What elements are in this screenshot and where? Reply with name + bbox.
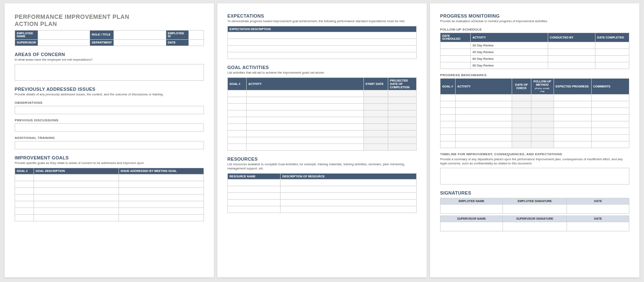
timeline-sub: Provide a summary of any stipulations pl… [440, 157, 629, 166]
td-employee-id[interactable] [188, 30, 204, 39]
goals-table: GOAL # GOAL DESCRIPTION ISSUE ADDRESSED … [15, 168, 204, 221]
table-row[interactable] [440, 128, 629, 134]
th-expectation-desc: EXPECTATION DESCRIPTION [228, 26, 417, 32]
table-row[interactable] [228, 52, 417, 59]
progress-sub: Provide an evaluation schedule to monito… [440, 19, 629, 23]
table-row[interactable] [228, 104, 417, 110]
th-act-activity: ACTIVITY [247, 78, 364, 90]
th-sup-name: SUPERVISOR NAME [440, 216, 503, 222]
table-row[interactable] [228, 39, 417, 46]
observations-label: OBSERVATIONS [15, 101, 204, 105]
table-row[interactable] [440, 121, 629, 128]
table-row[interactable] [228, 46, 417, 52]
improvement-goals-heading: IMPROVEMENT GOALS [15, 155, 204, 160]
areas-textbox[interactable] [15, 64, 204, 81]
th-b-comments: COMMENTS [591, 79, 629, 95]
table-row[interactable] [440, 134, 629, 141]
table-row[interactable] [228, 186, 417, 193]
table-row[interactable] [228, 200, 417, 206]
timeline-label: TIMELINE FOR IMPROVEMENT, CONSEQUENCES, … [440, 152, 629, 156]
page-1: PERFORMANCE IMPROVEMENT PLAN ACTION PLAN… [5, 3, 214, 277]
cell-45-day: 45 Day Review [471, 49, 548, 56]
th-conducted: CONDUCTED BY [548, 33, 595, 42]
table-row[interactable] [440, 114, 629, 121]
table-row[interactable] [15, 214, 204, 221]
resources-heading: RESOURCES [227, 156, 417, 162]
areas-sub: In what areas have the employee not met … [15, 58, 204, 62]
title-line-1: PERFORMANCE IMPROVEMENT PLAN [15, 13, 129, 20]
table-row[interactable] [228, 137, 417, 144]
table-row[interactable] [440, 101, 629, 108]
prev-issues-heading: PREVIOUSLY ADDRESSED ISSUES [15, 87, 204, 92]
cell-30-day: 30 Day Review [471, 42, 548, 49]
resources-table: RESOURCE NAME DESCRIPTION OF RESOURCE [227, 173, 417, 213]
table-row[interactable] [15, 174, 204, 181]
prev-sub: Provide details of any previously addres… [15, 92, 204, 97]
table-row[interactable] [228, 117, 417, 124]
signatures-heading: SIGNATURES [440, 190, 629, 195]
table-row[interactable] [228, 90, 417, 97]
th-issue: ISSUE ADDRESSED BY MEETING GOAL [119, 168, 204, 174]
th-role-title: ROLE / TITLE [90, 30, 114, 39]
td-employee-name[interactable] [38, 30, 90, 39]
benchmarks-table: GOAL # ACTIVITY DATE OF CHECK FOLLOW-UP … [440, 78, 629, 148]
timeline-box[interactable] [440, 168, 629, 185]
td-department[interactable] [114, 39, 166, 46]
discussions-label: PREVIOUS DISCUSSIONS [15, 118, 204, 122]
table-row[interactable] [15, 187, 204, 194]
training-label: ADDITIONAL TRAINING [15, 136, 204, 140]
employee-signature-table: EMPLOYEE NAME EMPLOYEE SIGNATURE DATE [440, 198, 629, 214]
table-row[interactable] [228, 110, 417, 117]
th-b-method: FOLLOW-UP METHODphone, email, mtg [531, 79, 554, 95]
table-row[interactable] [228, 193, 417, 200]
table-row[interactable] [228, 97, 417, 104]
table-row[interactable]: 45 Day Review [440, 49, 629, 56]
cell-90-day: 90 Day Review [471, 62, 548, 69]
progress-heading: PROGRESS MONITORING [440, 13, 629, 18]
employee-info-table: EMPLOYEE NAME ROLE / TITLE EMPLOYEE ID S… [15, 30, 204, 46]
table-row[interactable]: 90 Day Review [440, 62, 629, 69]
page-3: PROGRESS MONITORING Provide an evaluatio… [430, 3, 639, 277]
th-res-name: RESOURCE NAME [228, 173, 281, 179]
table-row[interactable] [440, 108, 629, 114]
table-row[interactable] [228, 144, 417, 151]
activities-sub: List activities that will aid to achieve… [227, 71, 417, 75]
expectations-heading: EXPECTATIONS [227, 13, 417, 18]
table-row[interactable] [440, 141, 629, 148]
table-row[interactable] [15, 201, 204, 208]
th-emp-date: DATE [567, 198, 629, 205]
td-supervisor[interactable] [38, 39, 90, 46]
th-date-sched: DATE SCHEDULED [440, 33, 471, 42]
table-row[interactable] [15, 194, 204, 201]
goals-sub: Provide specific goals as they relate to… [15, 161, 204, 165]
expectations-sub: To demonstrate progress toward improveme… [227, 19, 417, 23]
followup-table: DATE SCHEDULED ACTIVITY CONDUCTED BY DAT… [440, 33, 629, 69]
table-row[interactable] [440, 222, 629, 231]
th-date: DATE [166, 39, 188, 46]
expectations-table: EXPECTATION DESCRIPTION [227, 26, 417, 59]
table-row[interactable] [228, 206, 417, 213]
areas-of-concern-heading: AREAS OF CONCERN [15, 52, 204, 57]
td-role-title[interactable] [114, 30, 166, 39]
goal-activities-heading: GOAL ACTIVITIES [227, 65, 417, 70]
table-row[interactable] [15, 208, 204, 214]
table-row[interactable]: 60 Day Review [440, 56, 629, 62]
table-row[interactable]: 30 Day Review [440, 42, 629, 49]
training-box[interactable] [15, 141, 204, 149]
th-emp-name: EMPLOYEE NAME [440, 198, 503, 205]
observations-box[interactable] [15, 106, 204, 114]
followup-label: FOLLOW-UP SCHEDULE [440, 28, 629, 31]
table-row[interactable] [228, 179, 417, 186]
table-row[interactable] [228, 124, 417, 131]
discussions-box[interactable] [15, 123, 204, 132]
table-row[interactable] [228, 32, 417, 39]
supervisor-signature-table: SUPERVISOR NAME SUPERVISOR SIGNATURE DAT… [440, 215, 629, 231]
th-b-activity: ACTIVITY [456, 79, 512, 95]
table-row[interactable] [440, 94, 629, 101]
table-row[interactable] [228, 131, 417, 137]
td-date[interactable] [188, 39, 204, 46]
th-act-start: START DATE [363, 78, 388, 90]
table-row[interactable] [440, 205, 629, 214]
table-row[interactable] [15, 181, 204, 187]
th-department: DEPARTMENT [90, 39, 114, 46]
